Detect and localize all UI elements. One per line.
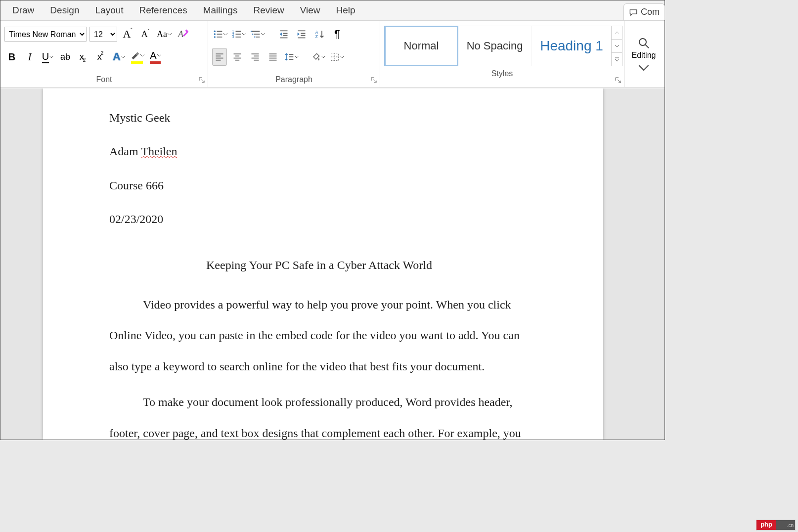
bullet-list-icon bbox=[213, 29, 223, 39]
doc-paragraph-2[interactable]: To make your document look professionall… bbox=[109, 387, 529, 440]
style-gallery-scroll bbox=[611, 26, 622, 66]
increase-font-size-button[interactable]: Aˆ bbox=[120, 25, 135, 43]
svg-point-19 bbox=[254, 37, 256, 38]
sort-icon: AZ bbox=[314, 29, 324, 39]
line-spacing-button[interactable] bbox=[283, 48, 299, 66]
comments-label: Com bbox=[641, 7, 660, 17]
text-effects-button[interactable]: A bbox=[111, 48, 126, 66]
ribbon-tabstrip: Draw Design Layout References Mailings R… bbox=[0, 0, 665, 20]
decrease-indent-button[interactable] bbox=[276, 25, 291, 43]
multilevel-list-button[interactable] bbox=[250, 25, 266, 43]
app-window: Draw Design Layout References Mailings R… bbox=[0, 0, 665, 440]
ribbon-group-font: Times New Roman 12 Aˆ Aˇ Aa bbox=[0, 21, 208, 87]
eraser-icon: A bbox=[177, 28, 188, 40]
tab-draw[interactable]: Draw bbox=[4, 0, 42, 20]
strikethrough-button[interactable]: ab bbox=[58, 48, 73, 66]
ribbon: Times New Roman 12 Aˆ Aˇ Aa bbox=[0, 20, 665, 88]
tab-review[interactable]: Review bbox=[245, 0, 292, 20]
highlight-color-button[interactable] bbox=[129, 48, 145, 66]
align-left-icon bbox=[215, 52, 224, 62]
borders-icon bbox=[330, 52, 340, 62]
clear-formatting-button[interactable]: A bbox=[175, 25, 190, 43]
align-right-button[interactable] bbox=[248, 48, 263, 66]
svg-text:Z: Z bbox=[315, 34, 318, 39]
style-gallery: Normal No Spacing Heading 1 bbox=[384, 26, 622, 66]
decrease-font-size-button[interactable]: Aˇ bbox=[138, 25, 153, 43]
font-name-select[interactable]: Times New Roman bbox=[4, 27, 87, 42]
font-color-button[interactable]: A bbox=[148, 48, 163, 66]
style-gallery-expand[interactable] bbox=[612, 52, 622, 66]
doc-paragraph-1[interactable]: Video provides a powerful way to help yo… bbox=[109, 289, 529, 382]
doc-title[interactable]: Keeping Your PC Safe in a Cyber Attack W… bbox=[109, 250, 529, 280]
borders-button[interactable] bbox=[329, 48, 345, 66]
watermark-right: .cn bbox=[776, 520, 795, 530]
svg-point-17 bbox=[251, 31, 252, 32]
chevron-down-icon bbox=[638, 62, 650, 74]
tab-view[interactable]: View bbox=[292, 0, 328, 20]
svg-text:3: 3 bbox=[232, 35, 234, 39]
find-button[interactable]: Editing bbox=[631, 37, 657, 74]
align-right-icon bbox=[250, 52, 260, 62]
style-heading-1[interactable]: Heading 1 bbox=[532, 26, 611, 66]
watermark: php .cn bbox=[756, 520, 795, 530]
superscript-button[interactable]: x2 bbox=[93, 48, 108, 66]
show-paragraph-marks-button[interactable]: ¶ bbox=[330, 25, 345, 43]
search-icon bbox=[638, 37, 650, 49]
font-size-select[interactable]: 12 bbox=[89, 27, 117, 42]
comments-button[interactable]: Com bbox=[623, 3, 665, 20]
tab-mailings[interactable]: Mailings bbox=[195, 0, 246, 20]
paragraph-dialog-launcher[interactable] bbox=[371, 76, 379, 84]
doc-instructor[interactable]: Adam Theilen bbox=[109, 136, 529, 167]
bullets-button[interactable] bbox=[212, 25, 228, 43]
indent-icon bbox=[297, 29, 307, 39]
tab-references[interactable]: References bbox=[132, 0, 195, 20]
styles-dialog-launcher[interactable] bbox=[615, 76, 623, 84]
font-dialog-launcher[interactable] bbox=[199, 76, 207, 84]
doc-date[interactable]: 02/23/2020 bbox=[109, 204, 529, 234]
document-canvas[interactable]: Mystic Geek Adam Theilen Course 666 02/2… bbox=[0, 89, 665, 440]
paint-bucket-icon bbox=[311, 52, 321, 62]
ribbon-group-font-label: Font bbox=[4, 72, 204, 87]
style-normal[interactable]: Normal bbox=[384, 26, 458, 66]
doc-author[interactable]: Mystic Geek bbox=[109, 102, 529, 133]
ribbon-group-styles: Normal No Spacing Heading 1 bbox=[380, 21, 624, 87]
ribbon-group-paragraph: 123 AZ bbox=[208, 21, 380, 87]
outdent-icon bbox=[279, 29, 289, 39]
spellcheck-squiggle: Theilen bbox=[141, 145, 177, 158]
ribbon-group-styles-label: Styles bbox=[384, 66, 620, 81]
document-page[interactable]: Mystic Geek Adam Theilen Course 666 02/2… bbox=[43, 89, 603, 440]
shading-button[interactable] bbox=[310, 48, 326, 66]
justify-button[interactable] bbox=[266, 48, 280, 66]
watermark-left: php bbox=[756, 520, 776, 530]
editing-label: Editing bbox=[632, 51, 656, 60]
svg-point-53 bbox=[639, 39, 646, 45]
svg-text:A: A bbox=[177, 29, 184, 39]
subscript-button[interactable]: x2 bbox=[76, 48, 90, 66]
tab-help[interactable]: Help bbox=[328, 0, 363, 20]
align-left-button[interactable] bbox=[212, 48, 227, 66]
justify-icon bbox=[268, 52, 278, 62]
style-scroll-up[interactable] bbox=[612, 26, 622, 39]
align-center-button[interactable] bbox=[230, 48, 245, 66]
svg-point-2 bbox=[214, 31, 216, 32]
align-center-icon bbox=[232, 52, 242, 62]
svg-point-3 bbox=[214, 33, 216, 35]
line-spacing-icon bbox=[284, 52, 294, 62]
style-scroll-down[interactable] bbox=[612, 39, 622, 52]
tab-layout[interactable]: Layout bbox=[88, 0, 132, 20]
numbered-list-icon: 123 bbox=[232, 29, 242, 39]
svg-point-4 bbox=[214, 36, 216, 38]
italic-button[interactable]: I bbox=[22, 48, 37, 66]
comment-icon bbox=[629, 8, 638, 17]
underline-button[interactable]: U bbox=[40, 48, 55, 66]
style-no-spacing[interactable]: No Spacing bbox=[458, 26, 532, 66]
tab-design[interactable]: Design bbox=[42, 0, 87, 20]
change-case-button[interactable]: Aa bbox=[156, 25, 172, 43]
numbering-button[interactable]: 123 bbox=[231, 25, 247, 43]
increase-indent-button[interactable] bbox=[294, 25, 309, 43]
bold-button[interactable]: B bbox=[4, 48, 19, 66]
svg-line-54 bbox=[645, 44, 649, 48]
sort-button[interactable]: AZ bbox=[312, 25, 327, 43]
doc-course[interactable]: Course 666 bbox=[109, 170, 529, 201]
document-header-block: Mystic Geek Adam Theilen Course 666 02/2… bbox=[109, 102, 529, 235]
